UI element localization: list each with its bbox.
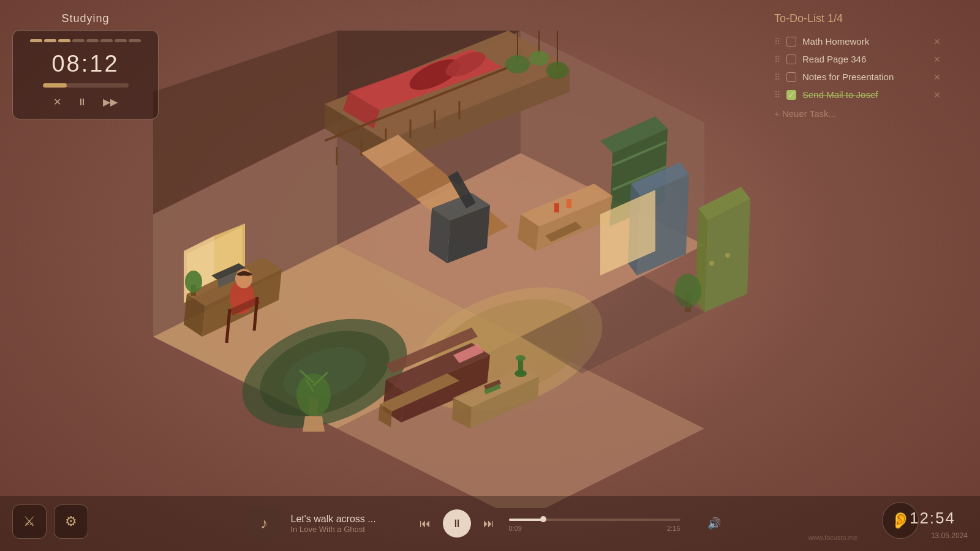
todo-checkbox-1[interactable] bbox=[786, 37, 796, 47]
music-controls: ⏮ ⏸ ⏭ bbox=[420, 509, 494, 538]
timer-display: 08:12 bbox=[51, 51, 119, 77]
timer-box: 08:12 ✕ ⏸ ▶▶ bbox=[12, 30, 159, 119]
seg-1 bbox=[30, 39, 42, 42]
todo-item-4: ⠿ ✓ Send Mail to Josef ✕ bbox=[772, 86, 943, 103]
volume-icon: 🔊 bbox=[707, 517, 721, 530]
gear-icon: ⚙ bbox=[65, 514, 77, 530]
seg-4 bbox=[72, 39, 85, 42]
todo-add-button[interactable]: + Neuer Task... bbox=[772, 105, 943, 122]
music-pause-button[interactable]: ⏸ bbox=[443, 509, 471, 538]
timer-widget: Studying 08:12 ✕ ⏸ ▶▶ bbox=[12, 12, 159, 119]
timer-pause-button[interactable]: ⏸ bbox=[75, 94, 89, 110]
todo-add-label: + Neuer Task... bbox=[774, 108, 836, 119]
todo-item-3: ⠿ Notes for Presentation ✕ bbox=[772, 68, 943, 86]
todo-delete-4[interactable]: ✕ bbox=[933, 90, 941, 100]
music-album-art: ♪ bbox=[247, 507, 281, 541]
settings-button[interactable]: ⚙ bbox=[54, 504, 88, 539]
music-time-total: 2:16 bbox=[667, 525, 680, 532]
music-time-current: 0:09 bbox=[509, 525, 522, 532]
todo-drag-1[interactable]: ⠿ bbox=[774, 37, 780, 47]
seg-3 bbox=[58, 39, 70, 42]
todo-item-2: ⠿ Read Page 346 ✕ bbox=[772, 50, 943, 68]
todo-drag-3[interactable]: ⠿ bbox=[774, 72, 780, 82]
music-progress-bar[interactable] bbox=[509, 519, 680, 521]
music-artist: In Love With a Ghost bbox=[291, 525, 401, 534]
music-progress-area: 0:09 2:16 bbox=[509, 515, 680, 532]
seg-7 bbox=[115, 39, 127, 42]
todo-count: 1/4 bbox=[827, 12, 843, 24]
music-progress-fill bbox=[509, 519, 543, 521]
todo-delete-3[interactable]: ✕ bbox=[933, 72, 941, 82]
music-title: Let's walk across ... bbox=[291, 514, 401, 525]
timer-progress-fill bbox=[43, 83, 67, 88]
toolbar: ⚔ ⚙ bbox=[12, 504, 88, 539]
clock-date: 13.05.2024 bbox=[931, 531, 968, 540]
timer-progress-bar bbox=[43, 83, 129, 88]
music-volume: 🔊 bbox=[707, 517, 721, 530]
timer-close-button[interactable]: ✕ bbox=[51, 94, 64, 110]
todo-checkbox-4[interactable]: ✓ bbox=[786, 90, 796, 100]
todo-title: To-Do-List 1/4 bbox=[772, 12, 943, 25]
seg-8 bbox=[129, 39, 141, 42]
clock-widget: 12:54 13.05.2024 bbox=[931, 531, 968, 540]
todo-drag-2[interactable]: ⠿ bbox=[774, 54, 780, 64]
timer-controls: ✕ ⏸ ▶▶ bbox=[51, 94, 120, 110]
todo-checkbox-3[interactable] bbox=[786, 72, 796, 82]
seg-6 bbox=[100, 39, 113, 42]
music-player: ♪ Let's walk across ... In Love With a G… bbox=[0, 496, 980, 551]
pen-tool-button[interactable]: ⚔ bbox=[12, 504, 47, 539]
todo-checkbox-2[interactable] bbox=[786, 54, 796, 64]
timer-label: Studying bbox=[61, 12, 109, 25]
music-info: Let's walk across ... In Love With a Gho… bbox=[291, 514, 401, 534]
todo-item-1: ⠿ Math Homework ✕ bbox=[772, 32, 943, 50]
timer-segments bbox=[30, 39, 141, 42]
ear-icon: 👂 bbox=[891, 511, 910, 530]
todo-widget: To-Do-List 1/4 ⠿ Math Homework ✕ ⠿ Read … bbox=[772, 12, 943, 122]
music-forward-button[interactable]: ⏭ bbox=[483, 517, 494, 530]
todo-text-2: Read Page 346 bbox=[802, 54, 927, 64]
todo-text-1: Math Homework bbox=[802, 36, 927, 47]
clock-time: 12:54 bbox=[910, 509, 956, 528]
todo-drag-4[interactable]: ⠿ bbox=[774, 90, 780, 100]
timer-skip-button[interactable]: ▶▶ bbox=[100, 94, 120, 110]
seg-2 bbox=[44, 39, 56, 42]
todo-delete-2[interactable]: ✕ bbox=[933, 54, 941, 64]
todo-title-text: To-Do-List bbox=[774, 12, 824, 24]
todo-text-4: Send Mail to Josef bbox=[802, 89, 927, 100]
music-rewind-button[interactable]: ⏮ bbox=[420, 517, 431, 530]
pen-icon: ⚔ bbox=[23, 514, 36, 530]
todo-text-3: Notes for Presentation bbox=[802, 72, 927, 82]
seg-5 bbox=[86, 39, 99, 42]
todo-delete-1[interactable]: ✕ bbox=[933, 37, 941, 47]
music-times: 0:09 2:16 bbox=[509, 525, 680, 532]
watermark: www.focusto.me bbox=[809, 534, 858, 541]
